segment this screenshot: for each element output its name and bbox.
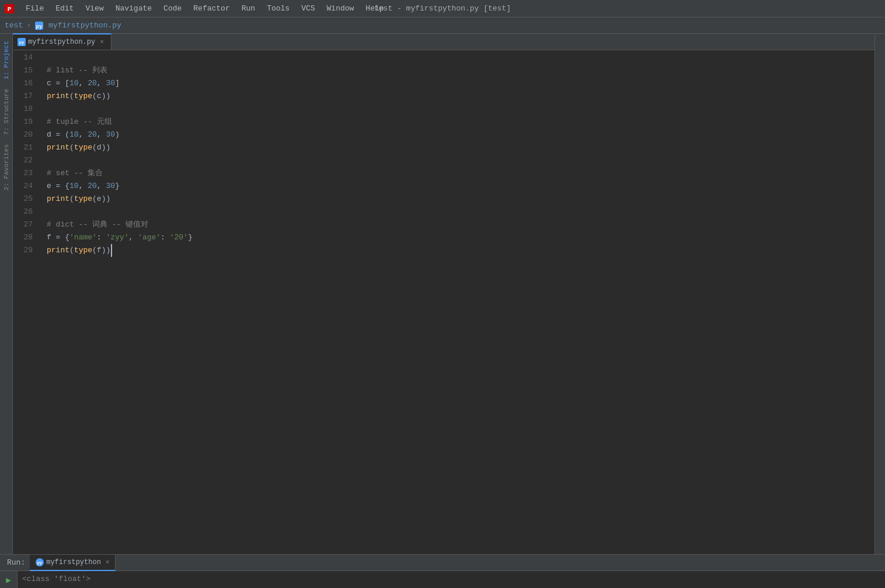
menu-code[interactable]: Code: [159, 3, 186, 14]
code-line-17: print(type(c)): [42, 90, 874, 103]
left-sidebar: 1: Project 7: Structure 2: Favorites: [0, 34, 13, 554]
window-title: test - myfirstpython.py [test]: [374, 4, 511, 13]
line-num-21: 21: [13, 141, 37, 154]
breadcrumb-separator: ›: [26, 21, 31, 30]
run-label: Run:: [2, 558, 30, 567]
code-line-14: [42, 51, 874, 64]
line-num-22: 22: [13, 154, 37, 167]
sidebar-tab-structure[interactable]: 7: Structure: [1, 84, 12, 140]
output-line-1: <class 'str'>: [22, 586, 880, 588]
line-num-17: 17: [13, 90, 37, 103]
bottom-tab-bar: Run: py myfirstpython ×: [0, 555, 885, 571]
svg-text:py: py: [36, 24, 43, 30]
line-num-28: 28: [13, 231, 37, 244]
run-tab-label: myfirstpython: [46, 558, 101, 566]
run-tab-myfirstpython[interactable]: py myfirstpython ×: [30, 555, 116, 571]
line-num-24: 24: [13, 180, 37, 193]
output-area: <class 'float'> <class 'str'> <class 'bo…: [18, 571, 885, 588]
code-line-24: e = {10, 20, 30}: [42, 180, 874, 193]
code-line-15: # list -- 列表: [42, 64, 874, 77]
output-line-0: <class 'float'>: [22, 573, 880, 586]
run-tab-icon: py: [36, 558, 44, 566]
line-num-20: 20: [13, 128, 37, 141]
line-num-23: 23: [13, 167, 37, 180]
code-line-18: [42, 103, 874, 116]
code-editor: 14 15 16 17 18 19 20 21 22 23 24 25 26 2…: [13, 50, 874, 554]
code-line-16: c = [10, 20, 30]: [42, 77, 874, 90]
code-line-28: f = {'name': 'zyy', 'age': '20'}: [42, 231, 874, 244]
breadcrumb-file[interactable]: myfirstpython.py: [48, 21, 121, 30]
svg-text:py: py: [19, 40, 25, 45]
breadcrumb-bar: test › py myfirstpython.py: [0, 18, 885, 34]
line-numbers: 14 15 16 17 18 19 20 21 22 23 24 25 26 2…: [13, 50, 42, 554]
menu-tools[interactable]: Tools: [262, 3, 294, 14]
bottom-panel: Run: py myfirstpython × ▶ ■ ↑ ↓ ⇌ ⬇ » <c…: [0, 554, 885, 588]
svg-text:py: py: [37, 561, 43, 565]
line-num-16: 16: [13, 77, 37, 90]
sidebar-tab-favorites[interactable]: 2: Favorites: [1, 140, 12, 195]
python-file-icon: py: [34, 21, 44, 30]
line-num-29: 29: [13, 244, 37, 257]
tab-close-button[interactable]: ×: [100, 39, 104, 46]
code-line-21: print(type(d)): [42, 141, 874, 154]
menu-window[interactable]: Window: [322, 3, 359, 14]
code-content: # list -- 列表 c = [10, 20, 30] print(type…: [42, 50, 874, 554]
line-num-14: 14: [13, 51, 37, 64]
code-line-22: [42, 154, 874, 167]
menu-view[interactable]: View: [81, 3, 108, 14]
bottom-content: ▶ ■ ↑ ↓ ⇌ ⬇ » <class 'float'> <class 'st…: [0, 571, 885, 588]
code-line-20: d = (10, 20, 30): [42, 128, 874, 141]
run-button[interactable]: ▶: [2, 573, 15, 586]
right-sidebar: [874, 34, 885, 554]
line-num-15: 15: [13, 64, 37, 77]
sidebar-tab-project[interactable]: 1: Project: [1, 36, 12, 84]
line-num-25: 25: [13, 193, 37, 206]
tab-file-icon: py: [18, 38, 26, 46]
code-line-19: # tuple -- 元组: [42, 116, 874, 128]
line-num-18: 18: [13, 103, 37, 116]
editor-area: py myfirstpython.py × 14 15 16 17 18 19 …: [13, 34, 874, 554]
svg-text:P: P: [8, 6, 12, 13]
line-num-26: 26: [13, 206, 37, 218]
tab-label: myfirstpython.py: [28, 38, 95, 46]
menu-vcs[interactable]: VCS: [297, 3, 319, 14]
breadcrumb-project[interactable]: test: [5, 21, 23, 30]
menu-navigate[interactable]: Navigate: [111, 3, 156, 14]
menu-refactor[interactable]: Refactor: [189, 3, 234, 14]
line-num-27: 27: [13, 218, 37, 231]
title-bar: P File Edit View Navigate Code Refactor …: [0, 0, 885, 18]
code-line-27: # dict -- 词典 -- 键值对: [42, 218, 874, 231]
line-num-19: 19: [13, 116, 37, 128]
code-line-25: print(type(e)): [42, 193, 874, 206]
menu-run[interactable]: Run: [237, 3, 260, 14]
main-layout: 1: Project 7: Structure 2: Favorites py …: [0, 34, 885, 554]
code-line-23: # set -- 集合: [42, 167, 874, 180]
run-tab-close[interactable]: ×: [106, 559, 110, 566]
menu-file[interactable]: File: [21, 3, 48, 14]
editor-tab-bar: py myfirstpython.py ×: [13, 34, 874, 50]
editor-tab-myfirstpython[interactable]: py myfirstpython.py ×: [13, 33, 112, 50]
code-line-29: print(type(f)): [42, 244, 874, 257]
menu-edit[interactable]: Edit: [51, 3, 78, 14]
run-toolbar: ▶ ■ ↑ ↓ ⇌ ⬇ »: [0, 571, 18, 588]
app-logo: P: [5, 4, 14, 13]
code-line-26: [42, 206, 874, 218]
